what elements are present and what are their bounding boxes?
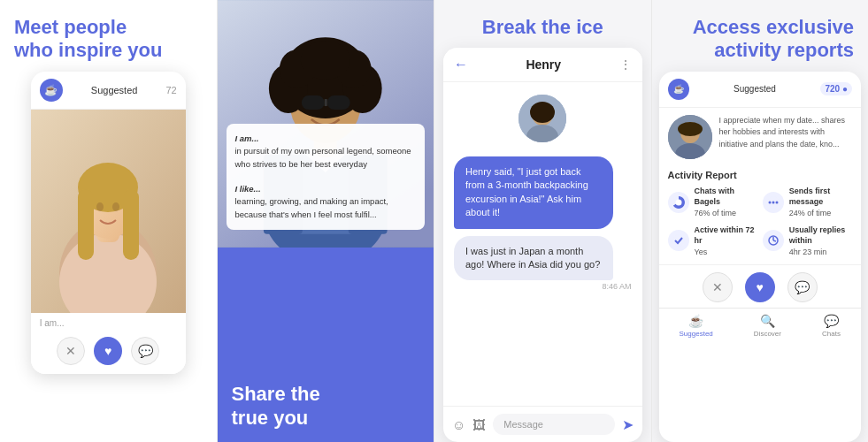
- bottom-actions: ✕ ♥ 💬: [659, 264, 862, 308]
- profile-image: [31, 110, 186, 313]
- suggested-label: Suggested: [91, 85, 138, 95]
- panel2-tagline: Share the true you: [232, 383, 420, 430]
- svg-rect-23: [301, 95, 324, 110]
- suggested-icon: ☕: [688, 314, 703, 328]
- stat-replies-within-text: Usually replies within 4hr 23 min: [789, 225, 852, 258]
- panel-meet-people: Meet people who inspire you ☕ Suggested …: [0, 0, 218, 442]
- like-button[interactable]: ♥: [94, 337, 122, 365]
- app-logo-4: ☕: [668, 79, 689, 100]
- chat-header: ← Henry ⋮: [443, 48, 642, 82]
- svg-rect-33: [678, 122, 703, 136]
- svg-rect-6: [78, 189, 94, 260]
- chat-avatar: [518, 95, 566, 142]
- bottom-nav: ☕ Suggested 🔍 Discover 💬 Chats: [659, 308, 862, 341]
- activity-bio-text: I appreciate when my date... shares her …: [719, 115, 853, 151]
- check-icon: [668, 230, 689, 251]
- chat-button[interactable]: 💬: [131, 337, 159, 365]
- card-footer: I am... ✕ ♥ 💬: [31, 313, 186, 374]
- card-actions: ✕ ♥ 💬: [40, 333, 177, 367]
- message-text-henry: Henry said, "I just got back from a 3-mo…: [465, 166, 588, 217]
- chat-avatar-area: [443, 82, 642, 149]
- activity-report-section: Activity Report Chats with Bagels 76% of…: [659, 166, 862, 265]
- photo-section: I am... in pursuit of my own personal le…: [218, 0, 434, 248]
- activity-badge: 720 ●: [820, 82, 852, 95]
- tagline-line2: true you: [232, 407, 309, 429]
- number-badge: 72: [165, 85, 176, 95]
- svg-point-37: [768, 201, 771, 203]
- more-options-button[interactable]: ⋮: [619, 57, 632, 72]
- bio-ilike-text: learning, growing, and making an impact,…: [235, 195, 417, 221]
- pie-chart-icon: [668, 192, 689, 213]
- bio-iam-text: in pursuit of my own personal legend, so…: [235, 145, 417, 171]
- activity-mockup: ☕ Suggested 720 ● I appreciate when my d…: [659, 72, 862, 442]
- headline4-line1: Access exclusive: [693, 16, 854, 38]
- suggested-label-4: Suggested: [734, 84, 776, 94]
- svg-point-39: [775, 201, 778, 203]
- svg-point-9: [112, 202, 119, 211]
- iam-label: I am...: [40, 318, 177, 328]
- discover-icon: 🔍: [760, 314, 775, 328]
- stat-active-72hr: Active within 72 hr Yes: [668, 225, 757, 258]
- headline-line2: who inspire you: [14, 39, 162, 61]
- svg-line-44: [773, 240, 776, 241]
- svg-rect-24: [326, 95, 350, 110]
- svg-point-35: [675, 199, 681, 205]
- headline-line1: Meet people: [14, 16, 127, 38]
- stat-replies-within: Usually replies within 4hr 23 min: [763, 225, 852, 258]
- svg-point-29: [530, 102, 555, 123]
- nav-suggested[interactable]: ☕ Suggested: [680, 314, 713, 338]
- card-header: ☕ Suggested 72: [31, 72, 186, 110]
- nav-discover[interactable]: 🔍 Discover: [754, 314, 781, 338]
- chats-icon: 💬: [824, 314, 839, 328]
- svg-rect-7: [123, 189, 139, 260]
- image-icon[interactable]: 🖼: [472, 417, 486, 432]
- tagline-line1: Share the: [232, 383, 320, 405]
- svg-point-22: [300, 41, 350, 80]
- dots-icon: [763, 192, 784, 213]
- message-time: 8:46 AM: [454, 282, 632, 291]
- bio-iam-heading: I am...: [235, 133, 417, 145]
- activity-stats-grid: Chats with Bagels 76% of time: [668, 186, 853, 258]
- bio-overlay: I am... in pursuit of my own personal le…: [227, 124, 426, 230]
- chat-button-4[interactable]: 💬: [787, 272, 818, 302]
- like-button-4[interactable]: ♥: [745, 272, 775, 302]
- message-input[interactable]: Message: [493, 414, 614, 435]
- message-bubble-henry: Henry said, "I just got back from a 3-mo…: [454, 156, 613, 229]
- chat-input-bar: ☺ 🖼 Message ➤: [443, 406, 642, 442]
- chat-messages: Henry said, "I just got back from a 3-mo…: [443, 149, 642, 406]
- dislike-button-4[interactable]: ✕: [703, 272, 733, 302]
- panel2-bottom: Share the true you: [218, 248, 434, 442]
- nav-discover-label: Discover: [754, 330, 781, 338]
- nav-suggested-label: Suggested: [680, 330, 713, 338]
- activity-profile-img: [668, 115, 712, 159]
- clock-icon: [763, 230, 784, 251]
- app-logo: ☕: [40, 79, 63, 102]
- nav-chats-label: Chats: [822, 330, 841, 338]
- activity-card-header: ☕ Suggested 720 ●: [659, 72, 862, 108]
- svg-point-40: [672, 234, 685, 247]
- back-button[interactable]: ←: [454, 57, 468, 72]
- message-text-mine: I was just in Japan a month ago! Where i…: [465, 246, 600, 270]
- message-bubble-mine: I was just in Japan a month ago! Where i…: [454, 236, 613, 281]
- panel1-headline: Meet people who inspire you: [0, 0, 217, 72]
- svg-rect-25: [324, 99, 326, 106]
- stat-active-72hr-text: Active within 72 hr Yes: [695, 225, 757, 258]
- headline4-line2: activity reports: [714, 39, 854, 61]
- panel-activity-reports: Access exclusive activity reports ☕ Sugg…: [652, 0, 869, 442]
- activity-profile-section: I appreciate when my date... shares her …: [659, 108, 862, 166]
- profile-card: ☕ Suggested 72: [31, 72, 186, 374]
- chat-person-name: Henry: [526, 57, 561, 72]
- send-button[interactable]: ➤: [622, 416, 634, 433]
- svg-point-8: [96, 202, 104, 211]
- panel-break-ice: Break the ice ← Henry ⋮ Henry said, "I j…: [434, 0, 652, 442]
- stat-chats-with-bagels: Chats with Bagels 76% of time: [668, 186, 757, 219]
- stat-sends-first: Sends first message 24% of time: [763, 186, 852, 219]
- message-group-mine: I was just in Japan a month ago! Where i…: [454, 236, 632, 292]
- panel3-headline: Break the ice: [434, 0, 651, 48]
- message-placeholder: Message: [503, 419, 543, 430]
- panel-share-true-you: I am... in pursuit of my own personal le…: [218, 0, 435, 442]
- svg-point-38: [772, 201, 774, 203]
- dislike-button[interactable]: ✕: [57, 337, 85, 365]
- emoji-icon[interactable]: ☺: [452, 417, 465, 432]
- nav-chats[interactable]: 💬 Chats: [822, 314, 841, 338]
